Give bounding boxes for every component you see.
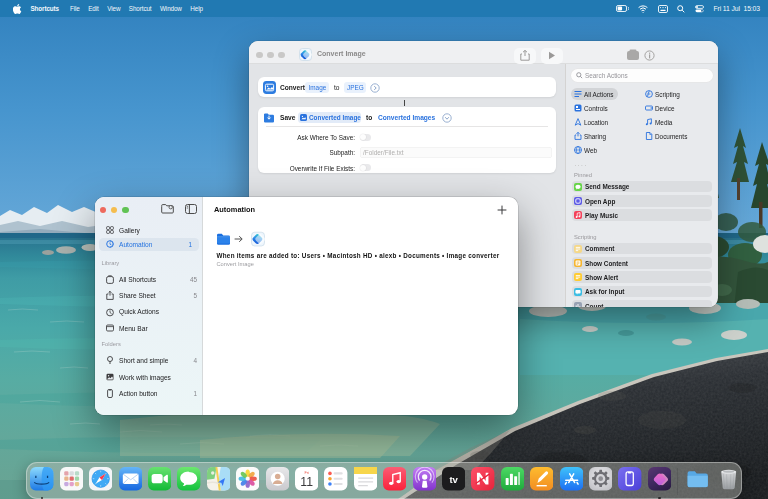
svg-text:tv: tv (449, 474, 458, 485)
svg-text:11: 11 (300, 475, 313, 489)
